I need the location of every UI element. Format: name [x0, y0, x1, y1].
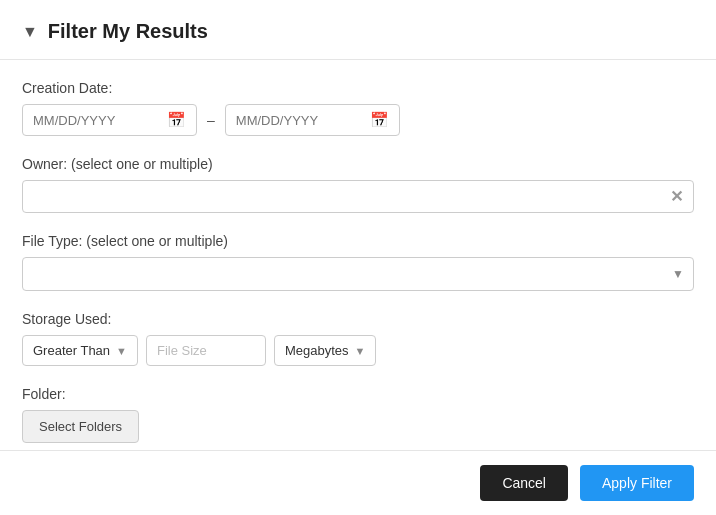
date-from-wrapper: 📅 — [22, 104, 197, 136]
comparator-label: Greater Than — [33, 343, 110, 358]
owner-input-wrapper: ✕ — [22, 180, 694, 213]
comparator-dropdown[interactable]: Greater Than ▼ — [22, 335, 138, 366]
owner-input[interactable] — [33, 189, 670, 205]
dialog-content: Creation Date: 📅 – 📅 Owner: (select one … — [0, 60, 716, 450]
folder-group: Folder: Select Folders — [22, 386, 694, 443]
storage-used-label: Storage Used: — [22, 311, 694, 327]
date-to-wrapper: 📅 — [225, 104, 400, 136]
cancel-button[interactable]: Cancel — [480, 465, 568, 501]
unit-label: Megabytes — [285, 343, 349, 358]
storage-used-group: Storage Used: Greater Than ▼ Megabytes ▼ — [22, 311, 694, 366]
file-type-select-wrapper: ▼ — [22, 257, 694, 291]
owner-label: Owner: (select one or multiple) — [22, 156, 694, 172]
apply-filter-button[interactable]: Apply Filter — [580, 465, 694, 501]
owner-clear-icon[interactable]: ✕ — [670, 187, 683, 206]
creation-date-label: Creation Date: — [22, 80, 694, 96]
storage-row: Greater Than ▼ Megabytes ▼ — [22, 335, 694, 366]
dialog-footer: Cancel Apply Filter — [0, 450, 716, 515]
calendar-from-icon[interactable]: 📅 — [167, 111, 186, 129]
date-dash: – — [207, 112, 215, 128]
file-size-input[interactable] — [146, 335, 266, 366]
filter-icon: ▼ — [22, 23, 38, 41]
calendar-to-icon[interactable]: 📅 — [370, 111, 389, 129]
date-to-input[interactable] — [236, 113, 346, 128]
filter-dialog: ▼ Filter My Results Creation Date: 📅 – 📅… — [0, 0, 716, 515]
date-from-input[interactable] — [33, 113, 143, 128]
comparator-arrow-icon: ▼ — [116, 345, 127, 357]
unit-arrow-icon: ▼ — [355, 345, 366, 357]
unit-dropdown[interactable]: Megabytes ▼ — [274, 335, 376, 366]
creation-date-group: Creation Date: 📅 – 📅 — [22, 80, 694, 136]
dialog-title: Filter My Results — [48, 20, 208, 43]
file-type-label: File Type: (select one or multiple) — [22, 233, 694, 249]
date-row: 📅 – 📅 — [22, 104, 694, 136]
select-folders-button[interactable]: Select Folders — [22, 410, 139, 443]
owner-group: Owner: (select one or multiple) ✕ — [22, 156, 694, 213]
file-type-group: File Type: (select one or multiple) ▼ — [22, 233, 694, 291]
dialog-header: ▼ Filter My Results — [0, 0, 716, 60]
file-type-select[interactable] — [22, 257, 694, 291]
folder-label: Folder: — [22, 386, 694, 402]
